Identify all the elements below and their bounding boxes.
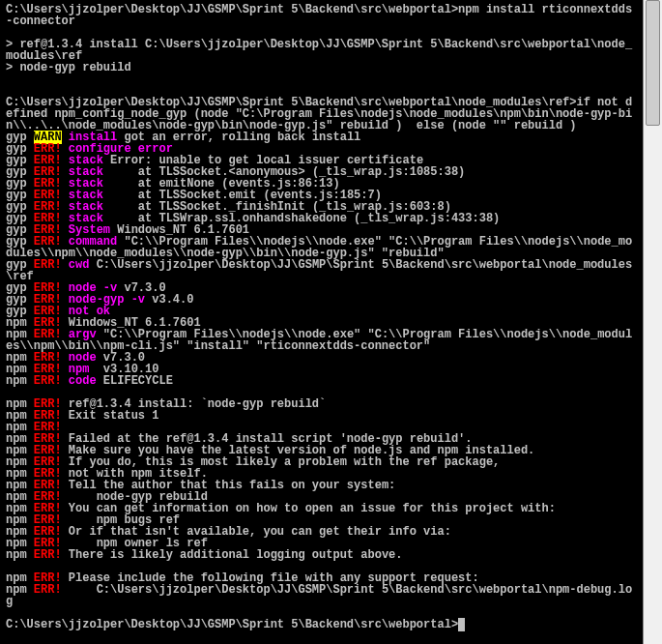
terminal-text-segment: C:\Users\jjzolper\Desktop\JJ\GSMP\Sprint… (6, 3, 632, 28)
terminal-line: C:\Users\jjzolper\Desktop\JJ\GSMP\Sprint… (6, 619, 637, 630)
terminal-text-segment: npm (6, 374, 34, 388)
terminal-text-segment: npm (6, 548, 34, 562)
terminal-line: npm ERR! C:\Users\jjzolper\Desktop\JJ\GS… (6, 584, 637, 607)
terminal-text-segment: ELIFECYCLE (97, 374, 173, 388)
terminal-text-segment: ERR! (34, 583, 62, 597)
terminal-text-segment: ERR! (34, 258, 62, 272)
terminal-line: > ref@1.3.4 install C:\Users\jjzolper\De… (6, 39, 637, 62)
terminal-text-segment: "C:\\Program Files\\nodejs\\node.exe" "C… (6, 328, 632, 353)
terminal-line: C:\Users\jjzolper\Desktop\JJ\GSMP\Sprint… (6, 4, 637, 27)
terminal-text-segment: > node-gyp rebuild (6, 61, 131, 74)
terminal-line: gyp ERR! command "C:\\Program Files\\nod… (6, 236, 637, 259)
terminal-text-segment: v3.4.0 (145, 293, 193, 307)
terminal-text-segment (62, 258, 69, 272)
terminal-text-segment: C:\Users\jjzolper\Desktop\JJ\GSMP\Sprint… (6, 258, 632, 283)
terminal-text-segment: cwd (69, 258, 90, 272)
terminal-line: gyp ERR! cwd C:\Users\jjzolper\Desktop\J… (6, 259, 637, 282)
terminal-line: C:\Users\jjzolper\Desktop\JJ\GSMP\Sprint… (6, 97, 637, 132)
terminal-text-segment: There is likely additional logging outpu… (62, 548, 403, 562)
terminal-text-segment: > ref@1.3.4 install C:\Users\jjzolper\De… (6, 38, 632, 63)
scrollbar-vertical[interactable] (643, 0, 662, 644)
terminal-line: npm ERR! Exit status 1 (6, 410, 637, 422)
terminal-line: npm ERR! argv "C:\\Program Files\\nodejs… (6, 329, 637, 352)
terminal-text-segment: C:\Users\jjzolper\Desktop\JJ\GSMP\Sprint… (6, 96, 632, 132)
terminal-text-segment: code (69, 374, 97, 388)
terminal-text-segment: ERR! (34, 374, 62, 388)
terminal-output[interactable]: C:\Users\jjzolper\Desktop\JJ\GSMP\Sprint… (0, 0, 643, 644)
terminal-line: npm ERR! There is likely additional logg… (6, 549, 637, 561)
terminal-line: > node-gyp rebuild (6, 62, 637, 73)
terminal-text-segment (62, 374, 69, 388)
scrollbar-thumb[interactable] (646, 0, 660, 126)
terminal-text-segment: C:\Users\jjzolper\Desktop\JJ\GSMP\Sprint… (6, 618, 458, 631)
terminal-line: npm ERR! code ELIFECYCLE (6, 375, 637, 387)
terminal-text-segment: ERR! (34, 548, 62, 562)
terminal-line (6, 73, 637, 85)
terminal-text-segment: C:\Users\jjzolper\Desktop\JJ\GSMP\Sprint… (6, 583, 632, 608)
terminal-text-segment: Exit status 1 (62, 409, 159, 423)
terminal-text-segment (458, 618, 465, 631)
